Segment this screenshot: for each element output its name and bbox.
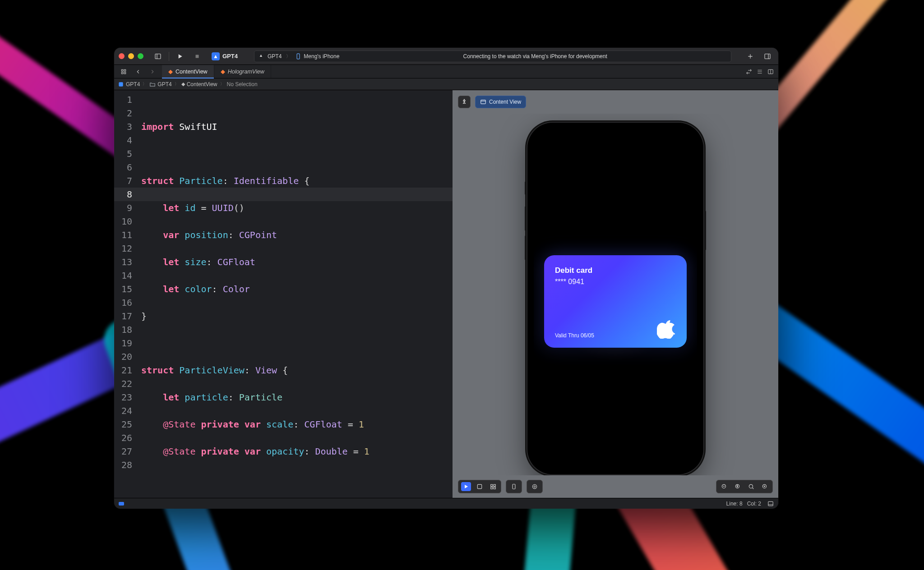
status-indicator[interactable] [119, 502, 124, 506]
build-status-text: Connecting to the watch via Meng's iPhon… [463, 53, 607, 60]
svg-rect-27 [513, 484, 515, 489]
line-value: 8 [739, 501, 743, 507]
line-number: 1 [114, 93, 132, 106]
svg-text:1: 1 [737, 485, 738, 487]
svg-rect-23 [491, 484, 493, 486]
tab-hologramview[interactable]: ◆ HologramView [214, 65, 271, 78]
svg-rect-9 [124, 69, 126, 71]
preview-mode-segment[interactable] [458, 480, 501, 493]
selectable-mode-button[interactable] [475, 482, 485, 491]
svg-rect-8 [121, 69, 123, 71]
card-valid-thru: Valid Thru 06/05 [555, 332, 594, 339]
swift-file-icon: ◆ [181, 81, 185, 87]
line-number: 23 [114, 391, 132, 404]
device-preview-area[interactable]: Debit card **** 0941 Valid Thru 06/05 [453, 114, 778, 475]
code-editor[interactable]: 1234567891011121314151617181920212223242… [114, 90, 453, 498]
adjust-editor-options-button[interactable] [746, 69, 752, 75]
col-label: Col: [747, 501, 757, 507]
svg-rect-2 [196, 55, 199, 58]
stop-button[interactable] [191, 51, 203, 62]
line-number: 5 [114, 147, 132, 161]
iphone-silence-switch [525, 181, 527, 195]
device-settings-button[interactable] [506, 480, 522, 493]
variants-mode-button[interactable] [488, 482, 498, 491]
svg-rect-22 [477, 484, 481, 488]
line-number: 6 [114, 161, 132, 174]
close-window-button[interactable] [119, 53, 125, 59]
preview-settings-button[interactable] [527, 480, 543, 493]
run-button[interactable] [174, 51, 186, 62]
zoom-controls[interactable]: 1 [716, 480, 773, 493]
svg-rect-11 [124, 72, 126, 74]
related-items-button[interactable] [118, 66, 129, 77]
zoom-in-button[interactable] [760, 482, 770, 491]
debit-card[interactable]: Debit card **** 0941 Valid Thru 06/05 [544, 255, 687, 348]
svg-point-28 [532, 484, 536, 488]
crumb-project[interactable]: GPT4 [126, 81, 140, 87]
window-traffic-lights [119, 53, 143, 59]
line-number: 4 [114, 133, 132, 147]
run-destination-device: Meng's iPhone [295, 53, 339, 60]
col-value: 2 [758, 501, 761, 507]
toggle-debug-area-button[interactable] [767, 501, 774, 507]
chevron-right-icon: 〉 [286, 53, 291, 60]
card-number: **** 0941 [555, 278, 676, 286]
editor-layout-button[interactable] [757, 69, 763, 75]
chevron-right-icon: 〉 [143, 81, 147, 87]
line-label: Line: [726, 501, 738, 507]
zoom-fit-button[interactable] [746, 482, 756, 491]
preview-chip-label: Content View [489, 99, 521, 105]
line-number: 16 [114, 296, 132, 309]
live-mode-button[interactable] [461, 482, 471, 491]
iphone-volume-up [525, 206, 527, 231]
breadcrumb-bar[interactable]: GPT4 〉 GPT4 〉 ◆ ContentView 〉 No Selecti… [114, 78, 778, 90]
statusbar: Line: 8 Col: 2 [114, 498, 778, 509]
svg-rect-26 [494, 487, 495, 489]
line-number: 24 [114, 404, 132, 418]
library-button[interactable] [761, 51, 774, 62]
line-number: 28 [114, 458, 132, 472]
svg-rect-20 [481, 100, 486, 104]
add-editor-button[interactable] [767, 69, 774, 75]
code-area[interactable]: import SwiftUI struct Particle: Identifi… [137, 90, 453, 498]
forward-button[interactable] [147, 66, 158, 77]
chevron-right-icon: 〉 [175, 81, 179, 87]
svg-line-35 [752, 487, 753, 489]
crumb-selection[interactable]: No Selection [227, 81, 258, 87]
minimize-window-button[interactable] [128, 53, 134, 59]
pin-preview-button[interactable] [458, 96, 471, 108]
scheme-label: GPT4 [222, 53, 238, 60]
crumb-folder[interactable]: GPT4 [157, 81, 171, 87]
iphone-screen[interactable]: Debit card **** 0941 Valid Thru 06/05 [534, 129, 697, 468]
apple-logo-icon [657, 320, 676, 339]
line-number: 15 [114, 282, 132, 296]
line-number: 20 [114, 350, 132, 363]
tab-contentview[interactable]: ◆ ContentView [162, 65, 214, 78]
preview-selector-chip[interactable]: Content View [475, 96, 526, 108]
back-button[interactable] [132, 66, 144, 77]
line-number: 10 [114, 215, 132, 228]
svg-rect-10 [121, 72, 123, 74]
card-title: Debit card [555, 266, 676, 275]
swift-file-icon: ◆ [168, 68, 173, 75]
add-button[interactable] [744, 51, 757, 62]
chevron-right-icon: 〉 [220, 81, 224, 87]
line-number: 27 [114, 445, 132, 458]
tab-bar: ◆ ContentView ◆ HologramView [114, 65, 778, 78]
run-destination-app: ▲ GPT4 [259, 53, 282, 60]
activity-viewer[interactable]: ▲ GPT4 〉 Meng's iPhone Connecting to the… [254, 51, 731, 62]
zoom-window-button[interactable] [138, 53, 143, 59]
line-number: 2 [114, 106, 132, 120]
scheme-selector[interactable]: ▲ GPT4 [208, 51, 241, 62]
svg-point-29 [534, 486, 536, 487]
svg-rect-24 [494, 484, 495, 486]
line-number: 25 [114, 418, 132, 431]
app-icon: ▲ [212, 52, 220, 60]
crumb-file[interactable]: ContentView [187, 81, 217, 87]
line-number: 7 [114, 174, 132, 188]
svg-point-34 [749, 484, 753, 488]
zoom-100-button[interactable]: 1 [733, 482, 743, 491]
line-number: 8 [114, 188, 132, 201]
toggle-navigator-button[interactable] [152, 51, 164, 62]
zoom-out-button[interactable] [719, 482, 729, 491]
